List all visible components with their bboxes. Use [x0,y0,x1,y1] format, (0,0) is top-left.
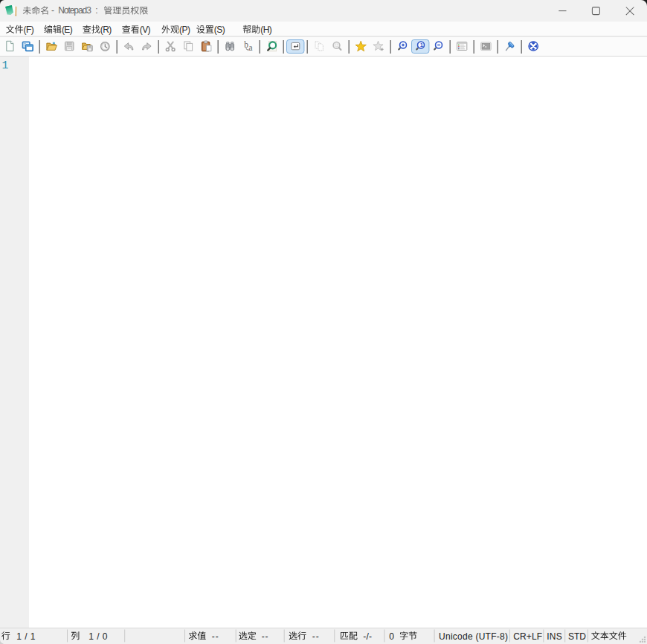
svg-text:Unicode (UTF-8): Unicode (UTF-8) [439,631,508,642]
svg-text:(R): (R) [100,25,112,35]
svg-text:--: -- [312,631,320,642]
svg-text:0: 0 [389,631,394,642]
svg-text:(F): (F) [24,25,34,35]
svg-text:-/-: -/- [363,631,372,642]
svg-text:INS: INS [547,631,562,642]
svg-text:(V): (V) [140,25,151,35]
svg-text:--: -- [262,631,269,642]
svg-text:1 / 0: 1 / 0 [88,631,108,642]
svg-text:(P): (P) [179,25,190,35]
svg-text:1: 1 [1,59,8,71]
svg-text:(H): (H) [260,25,272,35]
svg-text:STD: STD [568,631,586,642]
svg-text:(S): (S) [214,25,225,35]
svg-text:a: a [249,43,253,52]
svg-text:--: -- [212,631,219,642]
svg-text:1 / 1: 1 / 1 [16,631,36,642]
svg-text:b: b [244,40,248,49]
svg-text:1: 1 [420,42,424,48]
svg-text:CR+LF: CR+LF [513,631,542,642]
svg-text:(E): (E) [62,25,73,35]
